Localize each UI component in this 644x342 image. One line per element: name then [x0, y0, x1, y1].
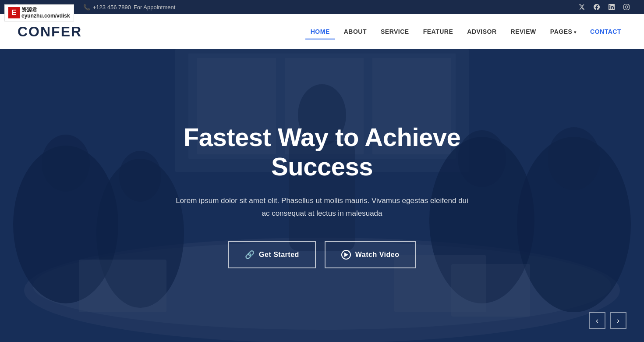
play-icon: [341, 250, 351, 260]
nav-home-link[interactable]: HOME: [305, 25, 335, 39]
nav-review-link[interactable]: REVIEW: [506, 25, 541, 39]
nav-advisor[interactable]: ADVISOR: [462, 28, 502, 36]
nav-service-link[interactable]: SERVICE: [375, 25, 414, 39]
link-icon: 🔗: [245, 250, 255, 260]
instagram-icon[interactable]: [622, 3, 631, 11]
nav-contact-link[interactable]: CONTACT: [585, 25, 626, 39]
watermark-text: 资源君 eyunzhu.com/vdisk: [21, 7, 70, 19]
nav-about-link[interactable]: ABOUT: [339, 25, 372, 39]
watch-video-label: Watch Video: [355, 251, 400, 259]
watch-video-button[interactable]: Watch Video: [325, 241, 416, 268]
nav-pages[interactable]: PAGES: [545, 28, 581, 36]
watermark-letter: E: [8, 7, 20, 18]
hero-buttons: 🔗 Get Started Watch Video: [160, 241, 484, 268]
phone-label: For Appointment: [134, 4, 175, 11]
social-links: [577, 3, 631, 11]
twitter-icon[interactable]: [577, 3, 586, 11]
carousel-controls: ‹ ›: [589, 312, 626, 329]
phone-number: +123 456 7890: [93, 4, 131, 11]
top-bar: 🕐 8:00 - 9:00 Mon - Fri 📞 +123 456 7890 …: [0, 0, 644, 14]
nav-feature[interactable]: FEATURE: [418, 28, 459, 36]
hero-subtitle: Lorem ipsum dolor sit amet elit. Phasell…: [173, 195, 471, 220]
facebook-icon[interactable]: [592, 3, 601, 11]
nav-service[interactable]: SERVICE: [375, 28, 414, 36]
carousel-next-button[interactable]: ›: [610, 312, 626, 329]
watermark-line2: eyunzhu.com/vdisk: [21, 13, 70, 19]
nav-home[interactable]: HOME: [305, 28, 335, 36]
nav-contact[interactable]: CONTACT: [585, 28, 626, 36]
hero-content: Fastest Way to Achieve Success Lorem ips…: [151, 123, 493, 268]
nav-pages-link[interactable]: PAGES: [545, 25, 581, 39]
phone-info[interactable]: 📞 +123 456 7890 For Appointment: [83, 4, 176, 11]
phone-icon: 📞: [83, 4, 90, 11]
hero-title: Fastest Way to Achieve Success: [160, 123, 484, 181]
carousel-prev-button[interactable]: ‹: [589, 312, 605, 329]
linkedin-icon[interactable]: [607, 3, 616, 11]
play-triangle: [344, 253, 348, 257]
nav-review[interactable]: REVIEW: [506, 28, 541, 36]
brand-logo[interactable]: CONFER: [18, 24, 82, 40]
watermark: E 资源君 eyunzhu.com/vdisk: [4, 4, 74, 21]
get-started-label: Get Started: [259, 251, 299, 259]
nav-about[interactable]: ABOUT: [339, 28, 372, 36]
watermark-line1: 资源君: [21, 7, 70, 13]
nav-links: HOME ABOUT SERVICE FEATURE ADVISOR REVIE…: [305, 28, 626, 36]
get-started-button[interactable]: 🔗 Get Started: [228, 241, 316, 268]
hero-section: Fastest Way to Achieve Success Lorem ips…: [0, 49, 644, 342]
nav-advisor-link[interactable]: ADVISOR: [462, 25, 502, 39]
nav-feature-link[interactable]: FEATURE: [418, 25, 459, 39]
navbar: CONFER HOME ABOUT SERVICE FEATURE ADVISO…: [0, 14, 644, 49]
